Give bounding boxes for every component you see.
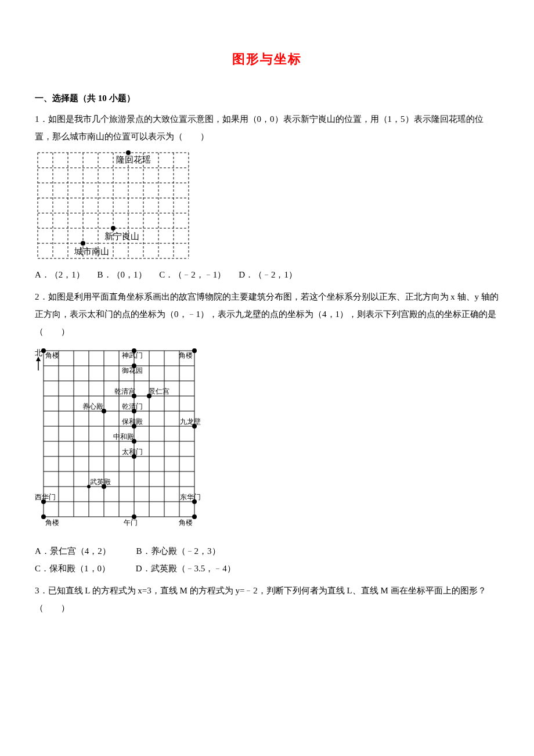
question-2-figure: 北 角楼 角楼 神武门 御花园 乾清宫 景仁宫 养心殿 [35, 345, 499, 537]
fig2-qianqingmen: 乾清门 [122, 402, 143, 411]
svg-point-60 [87, 485, 91, 488]
fig2-taihemen: 太和门 [122, 448, 143, 456]
section-heading: 一、选择题（共 10 小题） [35, 89, 499, 107]
svg-point-19 [126, 150, 131, 155]
fig2-jiaolou-tl: 角楼 [45, 351, 59, 359]
fig2-baohedian: 保和殿 [122, 417, 143, 426]
page-title: 图形与坐标 [35, 46, 499, 72]
q1-option-c: C．（﹣2，﹣1） [159, 266, 226, 283]
question-2-text: 2．如图是利用平面直角坐标系画出的故宫博物院的主要建筑分布图，若这个坐标系分别以… [35, 288, 499, 340]
fig2-donghuamen: 东华门 [180, 493, 201, 501]
fig2-yangxindian: 养心殿 [82, 402, 103, 411]
svg-point-21 [81, 241, 85, 246]
svg-marker-46 [36, 357, 41, 361]
fig2-north-label: 北 [35, 348, 42, 357]
fig2-jiulongbi: 九龙壁 [180, 417, 201, 426]
fig2-jingrengong: 景仁宫 [149, 387, 169, 395]
q2-option-c: C．保和殿（1，0） [35, 560, 110, 577]
fig2-wumen: 午门 [124, 519, 138, 527]
fig2-jiaolou-bl: 角楼 [45, 519, 59, 527]
svg-point-20 [111, 226, 116, 231]
fig2-jiaolou-tr: 角楼 [179, 351, 193, 359]
q2-option-d: D．武英殿（﹣3.5，﹣4） [136, 560, 236, 577]
fig2-shenwumen: 神武门 [122, 351, 143, 359]
q2-option-b: B．养心殿（﹣2，3） [136, 542, 221, 560]
fig2-xihuamen: 西华门 [35, 493, 56, 501]
fig2-yuhuayuan: 御花园 [122, 366, 143, 375]
fig1-label-langshan: 新宁崀山 [104, 232, 139, 241]
svg-point-48 [192, 348, 197, 353]
question-3-text: 3．已知直线 L 的方程式为 x=3，直线 M 的方程式为 y=﹣2，判断下列何… [35, 582, 499, 617]
q1-option-d: D．（﹣2，1） [239, 266, 297, 283]
q1-option-b: B．（0，1） [98, 266, 147, 283]
q2-option-a: A．景仁宫（4，2） [35, 542, 111, 560]
svg-point-64 [192, 514, 197, 519]
fig2-wuyingdian: 武英殿 [90, 478, 111, 486]
fig2-qianqinggong: 乾清宫 [114, 387, 135, 395]
q1-option-a: A．（2，1） [35, 266, 85, 283]
question-1-options: A．（2，1） B．（0，1） C．（﹣2，﹣1） D．（﹣2，1） [35, 266, 499, 283]
fig2-zhonghedian: 中和殿 [113, 433, 134, 441]
fig1-label-huayao: 隆回花瑶 [116, 155, 151, 164]
fig2-jiaolou-br: 角楼 [179, 519, 193, 527]
fig1-label-nanshan: 城市南山 [74, 247, 109, 256]
question-1-text: 1．如图是我市几个旅游景点的大致位置示意图，如果用（0，0）表示新宁崀山的位置，… [35, 110, 499, 145]
question-2-options: A．景仁宫（4，2） B．养心殿（﹣2，3） C．保和殿（1，0） D．武英殿（… [35, 542, 499, 577]
question-1-figure: 隆回花瑶 新宁崀山 城市南山 [35, 150, 499, 260]
